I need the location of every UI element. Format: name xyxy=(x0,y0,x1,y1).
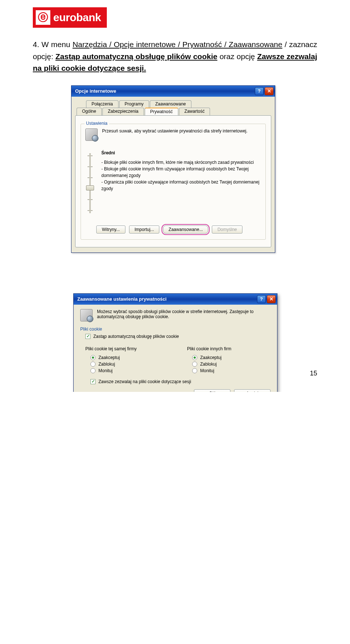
privacy-desc-2: - Blokuje pliki cookie innych firm używa… xyxy=(101,166,261,179)
tab-programs[interactable]: Programy xyxy=(119,100,149,108)
screenshot-composition: Opcje internetowe ? ✕ Połączenia Program… xyxy=(71,85,279,355)
privacy-hint: Przesuń suwak, aby wybrać ustawienie pry… xyxy=(102,128,248,134)
dlg1-titlebar: Opcje internetowe ? ✕ xyxy=(71,86,275,97)
dlg1-title: Opcje internetowe xyxy=(75,88,116,94)
privacy-desc-3: - Ogranicza pliki cookie używające infor… xyxy=(101,179,261,192)
settings-group-label: Ustawienia xyxy=(85,121,109,126)
logo-icon: ⓔ xyxy=(36,10,50,25)
advanced-button[interactable]: Zaawansowane... xyxy=(163,225,208,234)
privacy-desc-1: - Blokuje pliki cookie innych firm, któr… xyxy=(101,159,261,166)
default-button[interactable]: Domyślne xyxy=(212,225,242,234)
first-party-prompt-radio[interactable] xyxy=(90,368,96,373)
privacy-icon xyxy=(85,128,98,141)
session-cookies-checkbox[interactable]: ✓ xyxy=(90,379,96,384)
first-party-block-radio[interactable] xyxy=(90,362,96,367)
tab-connections[interactable]: Połączenia xyxy=(86,100,118,108)
help-button-2[interactable]: ? xyxy=(257,295,266,303)
eurobank-logo: ⓔ eurobank xyxy=(33,7,107,28)
advanced-intro: Możesz wybrać sposób obsługi plików cook… xyxy=(97,309,271,319)
cookies-group-label: Pliki cookie xyxy=(80,327,271,332)
instruction-paragraph: 4. W menu Narzędzia / Opcje internetowe … xyxy=(33,39,317,74)
third-party-prompt-radio[interactable] xyxy=(192,368,197,373)
tab-advanced[interactable]: Zaawansowane xyxy=(150,100,191,108)
close-button[interactable]: ✕ xyxy=(265,87,273,95)
dlg2-titlebar: Zaawansowane ustawienia prywatności ? ✕ xyxy=(74,294,277,305)
session-cookies-label: Zawsze zezwalaj na pliki cookie dotycząc… xyxy=(98,379,191,384)
third-party-block-radio[interactable] xyxy=(192,362,197,367)
import-button[interactable]: Importuj... xyxy=(129,225,159,234)
sites-button[interactable]: Witryny... xyxy=(96,225,125,234)
cancel-button[interactable]: Anuluj xyxy=(234,389,271,392)
override-checkbox[interactable]: ✓ xyxy=(85,334,90,339)
tab-security[interactable]: Zabezpieczenia xyxy=(102,108,144,115)
override-label: Zastąp automatyczną obsługę plików cooki… xyxy=(93,334,179,339)
help-button[interactable]: ? xyxy=(255,87,264,95)
privacy-slider[interactable] xyxy=(85,150,95,216)
privacy-panel: Ustawienia Przesuń suwak, aby wybrać ust… xyxy=(75,115,271,247)
privacy-level-name: Średni xyxy=(101,150,261,155)
third-party-header: Pliki cookie innych firm xyxy=(187,346,271,351)
internet-options-dialog: Opcje internetowe ? ✕ Połączenia Program… xyxy=(71,85,275,253)
tab-strip: Połączenia Programy Zaawansowane Ogólne … xyxy=(75,100,271,116)
dlg2-title: Zaawansowane ustawienia prywatności xyxy=(77,296,167,302)
logo-text: eurobank xyxy=(53,11,101,24)
third-party-accept-radio[interactable] xyxy=(192,355,197,360)
first-party-header: Pliki cookie tej samej firmy xyxy=(85,346,169,351)
tab-privacy[interactable]: Prywatność xyxy=(145,108,178,115)
close-button-2[interactable]: ✕ xyxy=(267,295,276,303)
first-party-accept-radio[interactable] xyxy=(90,355,96,360)
ok-button[interactable]: OK xyxy=(194,389,230,392)
slider-thumb[interactable] xyxy=(86,185,94,190)
advanced-privacy-dialog: Zaawansowane ustawienia prywatności ? ✕ … xyxy=(73,293,277,392)
tab-general[interactable]: Ogólne xyxy=(77,108,102,115)
tab-content[interactable]: Zawartość xyxy=(179,108,210,115)
cookie-icon xyxy=(80,309,93,321)
